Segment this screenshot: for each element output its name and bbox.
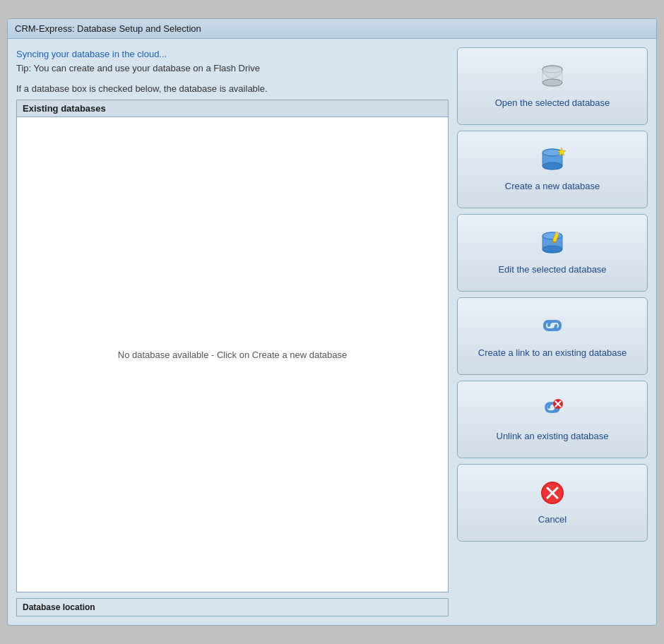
edit-database-button[interactable]: Edit the selected database xyxy=(457,214,648,292)
create-database-label: Create a new database xyxy=(505,181,600,193)
no-db-message: No database available - Click on Create … xyxy=(118,350,347,360)
svg-point-2 xyxy=(543,79,562,86)
sync-text: Syncing your database in the cloud... xyxy=(16,47,449,61)
link-database-button[interactable]: Create a link to an existing database xyxy=(457,297,648,375)
db-list-header: Existing databases xyxy=(17,100,448,117)
open-db-icon xyxy=(539,63,566,93)
db-gray-svg xyxy=(539,63,566,90)
dialog-window: CRM-Express: Database Setup and Selectio… xyxy=(7,18,657,626)
svg-point-4 xyxy=(543,162,562,169)
db-new-svg xyxy=(539,146,566,173)
link-db-icon xyxy=(539,313,566,343)
open-database-button[interactable]: Open the selected database xyxy=(457,47,648,125)
db-list-body: No database available - Click on Create … xyxy=(17,117,448,592)
cancel-svg xyxy=(539,479,566,506)
edit-database-label: Edit the selected database xyxy=(498,264,606,276)
unlink-db-icon xyxy=(539,396,566,427)
tip-text: Tip: You can create and use your databas… xyxy=(16,61,449,76)
left-panel: Syncing your database in the cloud... Ti… xyxy=(16,47,449,616)
db-location-bar: Database location xyxy=(16,598,449,616)
edit-db-icon xyxy=(539,229,566,260)
create-database-button[interactable]: Create a new database xyxy=(457,131,648,208)
db-edit-svg xyxy=(539,229,566,256)
open-database-label: Open the selected database xyxy=(495,97,610,109)
right-panel: Open the selected database xyxy=(457,47,648,616)
title-bar: CRM-Express: Database Setup and Selectio… xyxy=(8,19,656,39)
svg-point-8 xyxy=(543,246,562,253)
link-database-label: Create a link to an existing database xyxy=(478,347,627,359)
create-db-icon xyxy=(539,146,566,177)
dialog-title: CRM-Express: Database Setup and Selectio… xyxy=(15,23,201,34)
svg-point-9 xyxy=(543,232,562,239)
link-svg xyxy=(539,313,566,340)
cancel-label: Cancel xyxy=(538,514,567,526)
unlink-database-button[interactable]: Unlink an existing database xyxy=(457,381,648,458)
dialog-body: Syncing your database in the cloud... Ti… xyxy=(8,39,656,625)
cancel-button[interactable]: Cancel xyxy=(457,464,648,542)
unlink-svg xyxy=(539,396,566,423)
info-section: Syncing your database in the cloud... Ti… xyxy=(16,47,449,75)
db-list-container: Existing databases No database available… xyxy=(16,100,449,592)
cancel-icon xyxy=(539,479,566,510)
unlink-database-label: Unlink an existing database xyxy=(497,431,609,443)
available-text: If a database box is checked below, the … xyxy=(16,83,449,94)
